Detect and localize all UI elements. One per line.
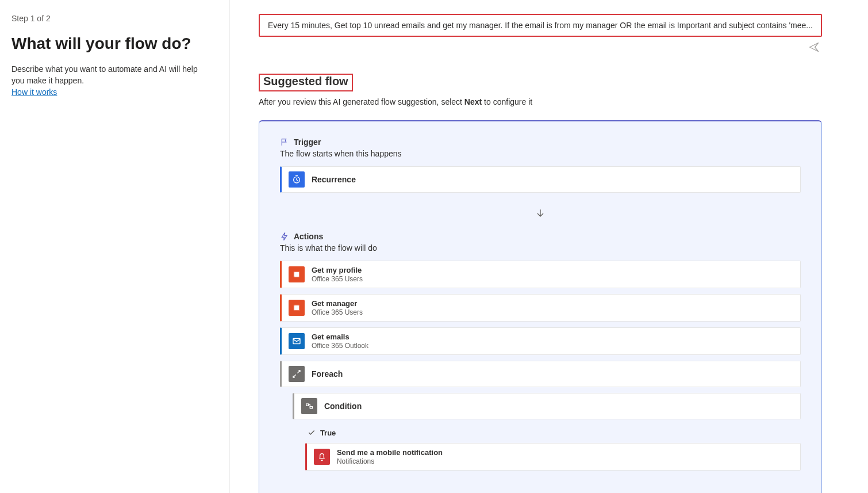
suggested-heading-highlight: Suggested flow: [259, 74, 353, 91]
card-get-manager[interactable]: Get manager Office 365 Users: [280, 294, 801, 322]
card-condition-title: Condition: [324, 402, 362, 411]
how-it-works-link[interactable]: How it works: [11, 87, 57, 97]
card-notify[interactable]: Send me a mobile notification Notificati…: [305, 443, 801, 471]
card-notify-sub: Notifications: [337, 457, 443, 465]
card-get-emails-sub: Office 365 Outlook: [312, 342, 368, 350]
condition-icon: [301, 398, 317, 414]
card-recurrence[interactable]: Recurrence: [280, 166, 801, 193]
description-block: Describe what you want to automate and A…: [11, 63, 212, 98]
card-get-profile-sub: Office 365 Users: [312, 275, 363, 283]
review-strong: Next: [464, 97, 482, 106]
trigger-header: Trigger: [280, 137, 801, 147]
flow-canvas: Trigger The flow starts when this happen…: [259, 120, 822, 493]
card-condition[interactable]: Condition: [293, 393, 801, 419]
card-get-profile[interactable]: Get my profile Office 365 Users: [280, 261, 801, 288]
loop-icon: [289, 366, 305, 382]
svg-rect-4: [294, 305, 299, 310]
review-suffix: to configure it: [482, 97, 532, 106]
review-prefix: After you review this AI generated flow …: [259, 97, 464, 106]
step-label: Step 1 of 2: [11, 14, 212, 23]
suggested-heading: Suggested flow: [263, 75, 348, 87]
card-get-manager-title: Get manager: [312, 299, 363, 308]
card-get-emails-title: Get emails: [312, 333, 368, 342]
left-pane: Step 1 of 2 What will your flow do? Desc…: [0, 0, 230, 493]
condition-true-branch: True: [305, 425, 801, 443]
clock-icon: [289, 171, 305, 188]
card-get-manager-sub: Office 365 Users: [312, 308, 363, 316]
send-icon[interactable]: [808, 41, 820, 53]
check-icon: [308, 429, 316, 437]
outlook-icon: [289, 333, 305, 349]
actions-sub: This is what the flow will do: [280, 243, 801, 253]
flow-arrow: [280, 198, 801, 232]
card-recurrence-title: Recurrence: [312, 175, 356, 185]
office-users-icon: [289, 300, 305, 316]
office-users-icon: [289, 266, 305, 282]
trigger-sub: The flow starts when this happens: [280, 149, 801, 158]
right-pane: Every 15 minutes, Get top 10 unread emai…: [230, 0, 868, 493]
svg-rect-2: [294, 272, 299, 277]
actions-header: Actions: [280, 232, 801, 241]
actions-label: Actions: [294, 232, 323, 241]
trigger-label: Trigger: [294, 137, 321, 147]
bell-icon: [314, 449, 330, 465]
card-get-emails[interactable]: Get emails Office 365 Outlook: [280, 327, 801, 355]
description-text: Describe what you want to automate and A…: [11, 64, 198, 85]
card-foreach[interactable]: Foreach: [280, 361, 801, 387]
card-foreach-title: Foreach: [312, 369, 343, 379]
bolt-icon: [280, 232, 289, 241]
page-title: What will your flow do?: [11, 35, 212, 53]
review-line: After you review this AI generated flow …: [259, 97, 822, 106]
svg-rect-6: [306, 404, 309, 406]
true-label: True: [320, 429, 336, 437]
flag-icon: [280, 137, 289, 147]
prompt-input[interactable]: Every 15 minutes, Get top 10 unread emai…: [259, 14, 822, 37]
card-notify-title: Send me a mobile notification: [337, 448, 443, 457]
card-get-profile-title: Get my profile: [312, 266, 363, 275]
